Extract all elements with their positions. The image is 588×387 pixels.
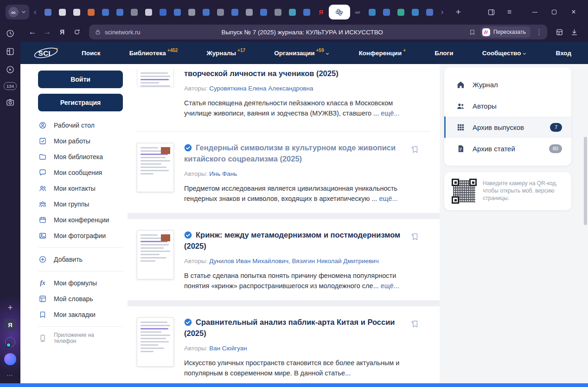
browser-tab[interactable] xyxy=(142,5,155,19)
minimize-button[interactable] xyxy=(525,4,544,20)
nav-organizations[interactable]: Организации+59 xyxy=(274,50,330,57)
browser-tab[interactable] xyxy=(243,5,256,19)
profile-avatar[interactable]: Я xyxy=(4,319,16,331)
browser-tab[interactable] xyxy=(113,5,127,19)
add-panel-icon[interactable]: + xyxy=(7,303,13,313)
sidebar-item-phone[interactable]: Приложение на телефон xyxy=(38,330,128,346)
points-counter[interactable]: 134 xyxy=(4,82,17,90)
browser-tab[interactable] xyxy=(257,5,270,19)
nav-search[interactable]: Поиск xyxy=(82,50,101,57)
scinetwork-logo[interactable]: SCI xyxy=(32,45,61,61)
browser-tab[interactable] xyxy=(99,5,112,19)
nav-community[interactable]: Сообщество xyxy=(482,50,527,57)
refresh-icon[interactable] xyxy=(70,25,84,39)
browser-tab[interactable] xyxy=(70,5,83,19)
side-panel-icon[interactable] xyxy=(487,8,495,16)
address-bar-menu-icon[interactable]: ⋮ xyxy=(536,28,543,36)
more-link[interactable]: ещё... xyxy=(379,195,397,202)
sidebar-item-conferences[interactable]: Мои конференции xyxy=(38,212,128,228)
sidebar-item-photos[interactable]: Мои фотографии xyxy=(38,228,128,244)
sidebar-item-groups[interactable]: Мои группы xyxy=(38,196,128,212)
browser-tab-active-scinetwork[interactable] xyxy=(329,5,350,19)
sidebar-item-desktop[interactable]: Рабочий стол xyxy=(38,117,128,133)
maximize-button[interactable] xyxy=(544,4,564,20)
nav-login[interactable]: Вход xyxy=(556,50,571,57)
browser-tab[interactable] xyxy=(409,5,422,19)
save-bookmark-icon[interactable] xyxy=(410,145,419,154)
article-thumbnail[interactable] xyxy=(137,69,174,87)
browser-tab[interactable] xyxy=(185,5,198,19)
more-link[interactable]: ещё... xyxy=(381,282,399,290)
nav-conferences[interactable]: Конференции+ xyxy=(359,50,406,57)
screenshot-icon[interactable] xyxy=(5,97,16,108)
nav-library[interactable]: Библиотека+452 xyxy=(129,50,178,57)
browser-menu-icon[interactable]: ≡ xyxy=(507,8,511,16)
tabs-scroll-right-icon[interactable]: › xyxy=(438,7,447,17)
author-link[interactable]: Инь Фань xyxy=(207,170,237,177)
lock-icon[interactable] xyxy=(95,29,101,35)
panels-icon[interactable] xyxy=(5,46,16,57)
sidebar-item-works[interactable]: Мои работы xyxy=(38,133,128,149)
new-tab-button[interactable]: + xyxy=(452,6,465,19)
downloads-icon[interactable] xyxy=(567,25,582,39)
nav-blogs[interactable]: Блоги xyxy=(435,50,453,57)
close-button[interactable]: × xyxy=(564,4,583,20)
article-title-link[interactable]: Гендерный символизм в культурном коде жи… xyxy=(184,143,396,163)
browser-tab[interactable] xyxy=(423,5,436,19)
browser-tab[interactable] xyxy=(286,5,299,19)
history-icon[interactable] xyxy=(5,28,16,39)
browser-tab[interactable] xyxy=(84,5,98,19)
yandex-icon[interactable]: Я xyxy=(55,25,70,39)
journal-menu-articles-archive[interactable]: Архив статей80 xyxy=(444,138,571,159)
sidebar-item-formulas[interactable]: fxМои формулы xyxy=(38,275,128,291)
alice-icon[interactable] xyxy=(4,353,16,365)
nav-journals[interactable]: Журналы+17 xyxy=(207,50,246,57)
article-thumbnail[interactable] xyxy=(137,230,174,279)
author-link[interactable]: Суровяткина Елена Александровна xyxy=(207,85,313,92)
browser-tab[interactable]: sci xyxy=(351,5,364,19)
save-bookmark-icon[interactable] xyxy=(410,319,419,329)
browser-tab[interactable] xyxy=(228,5,242,19)
sidebar-item-dictionary[interactable]: Мой словарь xyxy=(38,291,128,307)
browser-tab[interactable] xyxy=(365,5,379,19)
article-title-link[interactable]: Кринж: между метамодернизмом и постмодер… xyxy=(184,231,400,250)
save-bookmark-icon[interactable] xyxy=(410,232,419,241)
sidebar-item-bookmarks[interactable]: Мои закладки xyxy=(38,307,128,322)
browser-tab[interactable] xyxy=(56,5,69,19)
bookmark-flag-icon[interactable] xyxy=(469,29,476,36)
more-options-icon[interactable]: ⋯ xyxy=(6,371,14,379)
status-toggle-icon[interactable] xyxy=(5,337,15,347)
sidebar-item-messages[interactable]: Мои сообщения xyxy=(38,165,128,181)
more-link[interactable]: ещё... xyxy=(381,110,399,117)
browser-tab[interactable] xyxy=(41,5,55,19)
sidebar-item-library[interactable]: Моя библиотека xyxy=(38,149,128,165)
browser-tab[interactable] xyxy=(214,5,227,19)
browser-tab[interactable] xyxy=(394,5,408,19)
author-link[interactable]: Дунилов Иван Михайлович, Вязигин Николай… xyxy=(207,258,378,264)
browser-tab[interactable] xyxy=(156,5,170,19)
article-title-link[interactable]: творческой личности на учеников (2025) xyxy=(184,69,339,77)
page-scrollbar[interactable] xyxy=(584,137,587,225)
back-icon[interactable]: ← xyxy=(25,25,40,39)
browser-tab[interactable] xyxy=(300,5,313,19)
address-bar[interactable]: scinetwork.ru Выпуск № 7 (2025) журнала:… xyxy=(89,25,547,39)
browser-tab[interactable] xyxy=(128,5,141,19)
sidebar-item-contacts[interactable]: Мои контакты xyxy=(38,181,128,196)
author-link[interactable]: Ван Сюйгуан xyxy=(207,345,247,352)
tabs-scroll-left-icon[interactable]: ‹ xyxy=(31,7,39,17)
forward-icon[interactable]: → xyxy=(40,25,55,39)
sidebar-item-add[interactable]: Добавить xyxy=(38,252,128,267)
browser-tab[interactable]: Я xyxy=(314,5,328,19)
summarize-button[interactable]: Пересказать xyxy=(480,26,530,38)
journal-menu-journal[interactable]: Журнал xyxy=(444,74,571,95)
article-thumbnail[interactable] xyxy=(137,143,174,192)
journal-menu-authors[interactable]: Авторы xyxy=(444,95,571,116)
article-title-link[interactable]: Сравнительный анализ паблик-арта Китая и… xyxy=(184,318,395,337)
journal-menu-issues-archive[interactable]: Архив выпусков7 xyxy=(444,116,571,138)
register-button[interactable]: Регистрация xyxy=(38,94,123,111)
browser-tab[interactable] xyxy=(380,5,393,19)
browser-tab[interactable] xyxy=(271,5,285,19)
tab-group-pill[interactable]: ∞ xyxy=(6,5,29,19)
login-button[interactable]: Войти xyxy=(38,71,123,88)
video-icon[interactable] xyxy=(5,64,16,75)
